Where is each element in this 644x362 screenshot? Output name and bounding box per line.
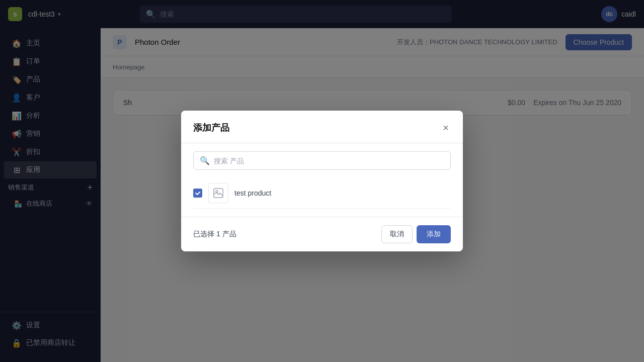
product-search-box[interactable]: 🔍	[193, 151, 451, 170]
product-thumbnail	[208, 183, 228, 203]
product-row[interactable]: test product	[193, 178, 451, 209]
modal-footer: 已选择 1 产品 取消 添加	[181, 217, 463, 251]
cancel-button[interactable]: 取消	[381, 225, 413, 243]
modal-header: 添加产品 ×	[181, 111, 463, 143]
product-name: test product	[234, 189, 271, 197]
add-button[interactable]: 添加	[417, 225, 451, 243]
modal-body: 🔍 test product	[181, 143, 463, 217]
modal-overlay[interactable]: 添加产品 × 🔍	[0, 0, 644, 362]
selected-count-label: 已选择 1 产品	[193, 230, 236, 239]
product-search-input[interactable]	[214, 157, 444, 165]
modal-title: 添加产品	[193, 122, 229, 134]
modal-close-button[interactable]: ×	[441, 121, 451, 135]
footer-buttons: 取消 添加	[381, 225, 451, 243]
add-product-modal: 添加产品 × 🔍	[181, 111, 463, 251]
search-icon: 🔍	[200, 156, 210, 165]
product-checkbox[interactable]	[193, 189, 202, 198]
